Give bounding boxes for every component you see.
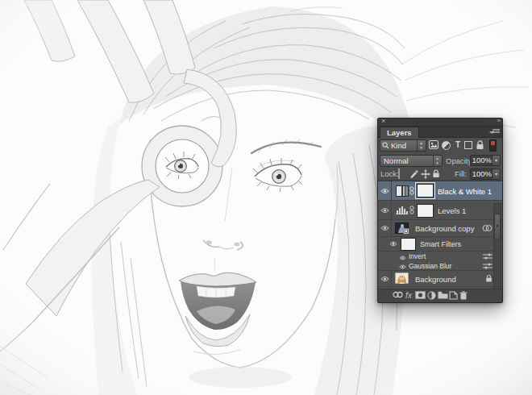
lock-all-icon[interactable] <box>432 169 442 178</box>
layer-lock-icon <box>485 274 493 283</box>
fill-dropdown-arrow[interactable]: ▾ <box>492 168 501 180</box>
background-thumbnail[interactable] <box>395 272 409 284</box>
panel-tabbar: Layers <box>378 127 502 138</box>
layer-name[interactable]: Levels 1 <box>438 206 466 215</box>
smart-object-thumbnail[interactable] <box>395 222 409 234</box>
lock-transparency-icon[interactable] <box>398 169 408 178</box>
add-layer-mask-icon[interactable] <box>414 291 426 301</box>
fill-label: Fill: <box>455 169 467 178</box>
blend-mode-value: Normal <box>380 156 409 165</box>
panel-menu-icon[interactable] <box>489 129 500 135</box>
mask-link-icon[interactable] <box>409 186 414 195</box>
tab-layers[interactable]: Layers <box>380 127 419 138</box>
kind-stepper-icon[interactable]: ▴▾ <box>417 140 425 151</box>
visibility-eye-icon[interactable] <box>378 220 392 236</box>
close-icon[interactable]: × <box>381 117 385 125</box>
row-filter-invert[interactable]: Invert <box>378 252 502 260</box>
filter-mask-thumbnail[interactable] <box>401 238 416 251</box>
filter-kind-dropdown[interactable]: Kind ▴▾ <box>380 139 426 152</box>
shape-layer-filter-icon[interactable] <box>463 140 473 150</box>
smart-filters-indicator-icon[interactable] <box>482 224 493 232</box>
layer-mask-thumbnail[interactable] <box>417 184 434 198</box>
mask-link-icon[interactable] <box>409 206 414 214</box>
visibility-eye-icon[interactable] <box>378 201 392 219</box>
layer-mask-thumbnail[interactable] <box>417 204 434 218</box>
smart-filters-label[interactable]: Smart Filters <box>420 240 461 248</box>
lock-pixels-icon[interactable] <box>409 169 419 178</box>
type-layer-filter-icon[interactable]: T <box>453 140 463 150</box>
adjustment-layer-filter-icon[interactable] <box>441 140 451 150</box>
collapse-panel-icon[interactable]: » <box>497 117 499 125</box>
opacity-value[interactable]: 100% <box>470 155 494 166</box>
pixel-layer-filter-icon[interactable] <box>429 140 438 150</box>
panel-titlebar[interactable]: × » <box>378 118 502 127</box>
levels-adjustment-icon[interactable] <box>396 206 408 214</box>
new-adjustment-layer-icon[interactable] <box>426 291 437 301</box>
row-filter-gaussian-blur[interactable]: Gaussian Blur <box>378 260 502 271</box>
layer-styles-fx-icon[interactable]: fx <box>403 291 414 301</box>
visibility-eye-icon[interactable] <box>378 181 392 200</box>
filter-name[interactable]: Invert <box>409 252 426 260</box>
layer-row-levels-1[interactable]: Levels 1 <box>378 201 502 220</box>
layer-row-background-copy[interactable]: Background copy <box>378 220 502 237</box>
opacity-dropdown-arrow[interactable]: ▾ <box>492 155 501 166</box>
panel-bottom-bar: fx <box>378 289 502 302</box>
photoshop-canvas: × » Layers Kind ▴▾ T <box>0 0 532 395</box>
layer-name[interactable]: Background copy <box>415 224 474 233</box>
new-layer-icon[interactable] <box>447 291 459 301</box>
filter-blend-options-icon[interactable] <box>483 263 493 269</box>
lock-label: Lock: <box>380 169 399 178</box>
layer-name[interactable]: Background <box>415 275 456 284</box>
visibility-eye-icon[interactable] <box>388 237 399 251</box>
smart-object-filter-icon[interactable] <box>475 140 484 150</box>
search-icon <box>382 142 389 149</box>
filter-bar: Kind ▴▾ T <box>378 138 502 153</box>
layer-row-black-white-1[interactable]: Black & White 1 <box>378 181 502 201</box>
layers-panel: × » Layers Kind ▴▾ T <box>377 118 503 303</box>
new-group-icon[interactable] <box>437 291 448 301</box>
fill-value[interactable]: 100% <box>470 168 494 180</box>
layer-row-background[interactable]: Background <box>378 271 502 287</box>
delete-layer-icon[interactable] <box>458 291 469 301</box>
blend-mode-dropdown[interactable]: Normal ▴▾ <box>380 155 443 167</box>
visibility-eye-icon[interactable] <box>399 262 406 271</box>
blend-bar: Normal ▴▾ Opacity: 100% ▾ <box>378 153 502 168</box>
layer-list: Black & White 1 Levels 1 <box>378 181 502 297</box>
link-layers-icon[interactable] <box>392 291 403 301</box>
row-smart-filters[interactable]: Smart Filters <box>378 237 502 252</box>
layer-list-scrollbar[interactable] <box>493 203 501 296</box>
filter-toggle-switch[interactable] <box>489 139 497 152</box>
filter-blend-options-icon[interactable] <box>483 253 493 260</box>
layer-name[interactable]: Black & White 1 <box>438 187 492 196</box>
lock-position-icon[interactable] <box>421 169 430 178</box>
blend-stepper-icon[interactable]: ▴▾ <box>433 156 441 166</box>
lock-bar: Lock: Fill: 100% ▾ <box>378 168 502 181</box>
scrollbar-thumb[interactable] <box>494 214 501 239</box>
filter-name[interactable]: Gaussian Blur <box>409 262 451 270</box>
visibility-eye-icon[interactable] <box>378 271 392 286</box>
black-white-adjustment-icon[interactable] <box>396 185 409 197</box>
